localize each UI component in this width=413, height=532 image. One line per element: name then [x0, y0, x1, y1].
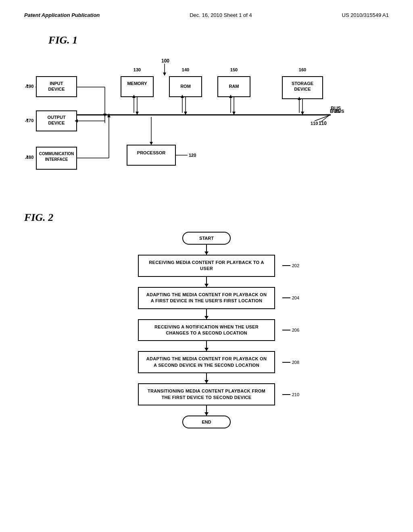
header-left: Patent Application Publication [24, 12, 100, 18]
fig2-section: FIG. 2 START RECEIVING MEDIA CONTENT FOR… [24, 212, 389, 428]
svg-text:120: 120 [189, 153, 196, 158]
ref-line-204 [282, 297, 290, 298]
svg-text:MEMORY: MEMORY [127, 81, 147, 86]
flow-box-208: ADAPTING THE MEDIA CONTENT FOR PLAYBACK … [138, 351, 275, 373]
svg-text:170: 170 [26, 118, 33, 123]
svg-marker-68 [150, 142, 153, 145]
header-center: Dec. 16, 2010 Sheet 1 of 4 [190, 12, 252, 18]
arrow-2 [206, 277, 207, 287]
ref-num-210: 210 [292, 392, 299, 397]
ref-206: 206 [282, 328, 299, 332]
svg-text:RAM: RAM [229, 84, 239, 89]
svg-rect-8 [121, 77, 153, 97]
flow-end: END [182, 416, 231, 428]
flow-row-206: RECEIVING A NOTIFICATION WHEN THE USER C… [138, 319, 275, 341]
svg-text:INTERFACE: INTERFACE [45, 157, 68, 162]
header-right: US 2010/315549 A1 [342, 12, 389, 18]
ref-204: 204 [282, 295, 299, 300]
ref-line-208 [282, 362, 290, 363]
svg-text:ROM: ROM [180, 84, 191, 89]
ref-num-202: 202 [292, 263, 299, 268]
svg-text:130: 130 [133, 67, 141, 72]
svg-rect-63 [127, 145, 175, 165]
flow-box-206: RECEIVING A NOTIFICATION WHEN THE USER C… [138, 319, 275, 341]
header: Patent Application Publication Dec. 16, … [24, 12, 389, 18]
arrow-4 [206, 341, 207, 351]
ref-num-208: 208 [292, 360, 299, 365]
ref-210: 210 [282, 392, 299, 397]
flow-row-202: RECEIVING MEDIA CONTENT FOR PLAYBACK TO … [138, 255, 275, 277]
svg-text:OUTPUT: OUTPUT [47, 115, 66, 120]
fig1-diagram: 100 BUS 110 BUS MEMORY 130 [24, 50, 371, 187]
flow-start: START [182, 232, 231, 245]
flow-row-208: ADAPTING THE MEDIA CONTENT FOR PLAYBACK … [138, 351, 275, 373]
ref-208: 208 [282, 360, 299, 365]
svg-text:110: 110 [319, 121, 327, 126]
fig1-section: FIG. 1 100 BUS 110 BUS MEMORY 130 [24, 34, 389, 187]
flow-box-202: RECEIVING MEDIA CONTENT FOR PLAYBACK TO … [138, 255, 275, 277]
svg-text:DEVICE: DEVICE [48, 87, 65, 91]
ref-line-202 [282, 265, 290, 266]
arrow-3 [206, 309, 207, 319]
svg-text:↗: ↗ [24, 83, 29, 89]
ref-num-206: 206 [292, 328, 299, 332]
svg-text:100: 100 [161, 58, 169, 64]
arrow-1 [206, 245, 207, 255]
svg-text:140: 140 [182, 67, 189, 72]
flowchart: START RECEIVING MEDIA CONTENT FOR PLAYBA… [24, 232, 389, 428]
flow-row-204: ADAPTING THE MEDIA CONTENT FOR PLAYBACK … [138, 287, 275, 309]
flow-row-210: TRANSITIONING MEDIA CONTENT PLAYBACK FRO… [138, 383, 275, 405]
svg-text:DEVICE: DEVICE [294, 87, 311, 91]
svg-text:160: 160 [299, 67, 306, 72]
svg-text:BUS: BUS [330, 108, 340, 114]
svg-text:INPUT: INPUT [50, 81, 63, 86]
ref-line-206 [282, 330, 290, 330]
svg-text:COMMUNICATION: COMMUNICATION [39, 152, 74, 156]
flow-box-204: ADAPTING THE MEDIA CONTENT FOR PLAYBACK … [138, 287, 275, 309]
svg-text:STORAGE: STORAGE [292, 81, 313, 86]
flow-box-210: TRANSITIONING MEDIA CONTENT PLAYBACK FRO… [138, 383, 275, 405]
ref-num-204: 204 [292, 295, 299, 300]
svg-text:180: 180 [26, 155, 33, 160]
fig2-title: FIG. 2 [24, 212, 389, 224]
svg-text:150: 150 [230, 67, 238, 72]
svg-text:PROCESSOR: PROCESSOR [137, 150, 165, 155]
svg-marker-2 [163, 73, 166, 76]
ref-202: 202 [282, 263, 299, 268]
ref-line-210 [282, 394, 290, 395]
arrow-6 [206, 405, 207, 416]
svg-text:110: 110 [311, 121, 318, 126]
arrow-5 [206, 373, 207, 383]
svg-text:DEVICE: DEVICE [48, 121, 65, 125]
page: Patent Application Publication Dec. 16, … [0, 0, 413, 532]
fig1-title: FIG. 1 [48, 34, 77, 46]
